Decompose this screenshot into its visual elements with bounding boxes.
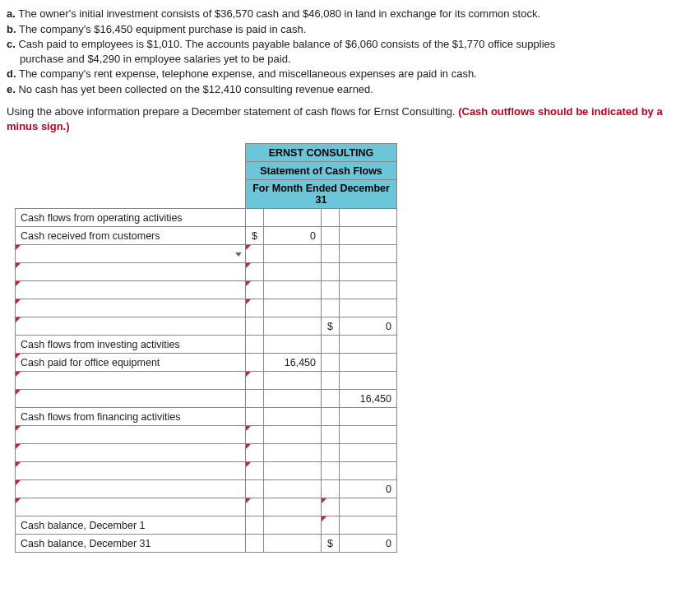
balance-begin-label: Cash balance, December 1 xyxy=(16,516,246,535)
op-blank-1-value[interactable] xyxy=(264,245,322,263)
row-net-change[interactable] xyxy=(16,498,397,516)
row-fin-total[interactable]: 0 xyxy=(16,480,397,498)
net-change-value[interactable] xyxy=(340,498,397,516)
financing-header-label: Cash flows from financing activities xyxy=(16,408,246,426)
header-period: For Month Ended December 31 xyxy=(246,180,397,209)
op-blank-1-dropdown[interactable] xyxy=(16,245,246,263)
inv-blank-1-value[interactable] xyxy=(264,372,322,390)
row-cash-received[interactable]: Cash received from customers $ 0 xyxy=(16,227,397,245)
row-investing-header: Cash flows from investing activities xyxy=(16,336,397,354)
net-change-dropdown[interactable] xyxy=(16,498,246,516)
op-total-value: 0 xyxy=(340,317,397,336)
row-op-blank-2[interactable] xyxy=(16,263,397,281)
cash-equipment-label[interactable]: Cash paid for office equipment xyxy=(16,354,246,372)
op-blank-3-value[interactable] xyxy=(264,281,322,299)
header-title: Statement of Cash Flows xyxy=(246,162,397,180)
fin-blank-2-value[interactable] xyxy=(264,444,322,462)
row-op-blank-4[interactable] xyxy=(16,299,397,317)
item-b-label: b. xyxy=(7,23,16,35)
item-c: c. Cash paid to employees is $1,010. The… xyxy=(7,37,669,66)
row-inv-blank-1[interactable] xyxy=(16,372,397,390)
item-d-label: d. xyxy=(7,67,16,80)
instruction: Using the above information prepare a De… xyxy=(7,104,669,133)
balance-begin-value[interactable] xyxy=(340,516,397,535)
balance-end-label: Cash balance, December 31 xyxy=(16,535,246,553)
row-fin-blank-1[interactable] xyxy=(16,426,397,444)
op-blank-2-dropdown[interactable] xyxy=(16,263,246,281)
fin-total-dropdown[interactable] xyxy=(16,480,246,498)
instruction-main: Using the above information prepare a De… xyxy=(7,105,458,118)
row-balance-end: Cash balance, December 31 $ 0 xyxy=(16,535,397,553)
item-e-text: No cash has yet been collected on the $1… xyxy=(18,83,373,95)
inv-blank-1-dropdown[interactable] xyxy=(16,372,246,390)
row-op-total[interactable]: $ 0 xyxy=(16,317,397,336)
item-c-label: c. xyxy=(7,38,16,50)
fin-blank-1-value[interactable] xyxy=(264,426,322,444)
cash-received-value[interactable]: 0 xyxy=(264,227,322,245)
fin-blank-3-dropdown[interactable] xyxy=(16,462,246,480)
balance-end-value: 0 xyxy=(340,535,397,553)
cash-flow-statement: ERNST CONSULTING Statement of Cash Flows… xyxy=(15,143,397,553)
header-company: ERNST CONSULTING xyxy=(246,144,397,162)
item-a: a. The owner's initial investment consis… xyxy=(7,7,669,21)
item-c-text2: purchase and $4,290 in employee salaries… xyxy=(7,52,291,67)
op-blank-4-value[interactable] xyxy=(264,299,322,317)
op-total-sym: $ xyxy=(322,317,340,336)
investing-header-label: Cash flows from investing activities xyxy=(16,336,246,354)
item-e: e. No cash has yet been collected on the… xyxy=(7,82,669,97)
item-a-text: The owner's initial investment consists … xyxy=(18,7,540,20)
cash-received-label: Cash received from customers xyxy=(16,227,246,245)
row-op-blank-1[interactable] xyxy=(16,245,397,263)
item-c-text1: Cash paid to employees is $1,010. The ac… xyxy=(18,38,555,50)
given-information: a. The owner's initial investment consis… xyxy=(7,7,669,96)
fin-blank-2-dropdown[interactable] xyxy=(16,444,246,462)
inv-total-value: 16,450 xyxy=(340,390,397,408)
item-b-text: The company's $16,450 equipment purchase… xyxy=(19,23,306,35)
row-operating-header: Cash flows from operating activities xyxy=(16,209,397,227)
row-fin-blank-3[interactable] xyxy=(16,462,397,480)
op-total-dropdown[interactable] xyxy=(16,317,246,336)
item-d: d. The company's rent expense, telephone… xyxy=(7,67,669,81)
row-fin-blank-2[interactable] xyxy=(16,444,397,462)
row-balance-begin[interactable]: Cash balance, December 1 xyxy=(16,516,397,535)
row-cash-equipment[interactable]: Cash paid for office equipment 16,450 xyxy=(16,354,397,372)
inv-total-dropdown[interactable] xyxy=(16,390,246,408)
op-blank-4-dropdown[interactable] xyxy=(16,299,246,317)
item-a-label: a. xyxy=(7,7,16,20)
item-e-label: e. xyxy=(7,83,16,95)
row-op-blank-3[interactable] xyxy=(16,281,397,299)
balance-end-sym: $ xyxy=(322,535,340,553)
item-d-text: The company's rent expense, telephone ex… xyxy=(19,67,477,80)
fin-blank-3-value[interactable] xyxy=(264,462,322,480)
operating-header-label: Cash flows from operating activities xyxy=(16,209,246,227)
op-blank-2-value[interactable] xyxy=(264,263,322,281)
row-inv-total[interactable]: 16,450 xyxy=(16,390,397,408)
cash-equipment-value[interactable]: 16,450 xyxy=(264,354,322,372)
row-financing-header: Cash flows from financing activities xyxy=(16,408,397,426)
cash-received-sym: $ xyxy=(246,227,264,245)
item-b: b. The company's $16,450 equipment purch… xyxy=(7,22,669,37)
op-blank-3-dropdown[interactable] xyxy=(16,281,246,299)
fin-total-value: 0 xyxy=(340,480,397,498)
fin-blank-1-dropdown[interactable] xyxy=(16,426,246,444)
